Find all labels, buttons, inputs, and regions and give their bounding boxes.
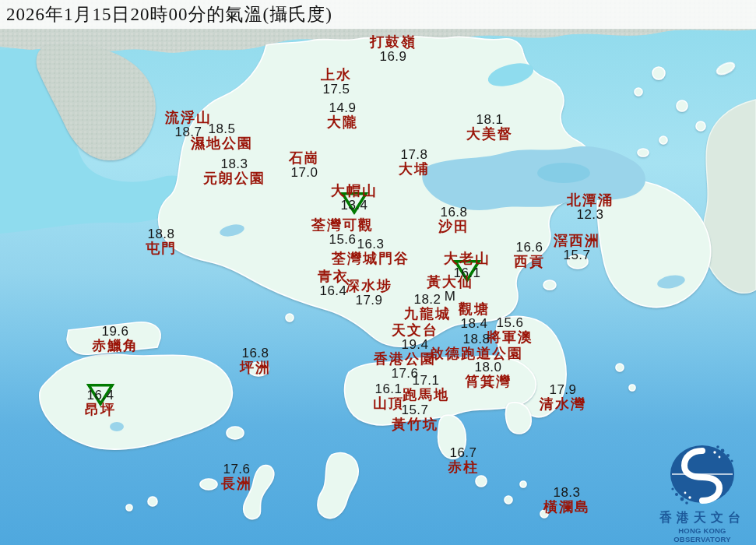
station-name: 筲箕灣 bbox=[465, 374, 512, 389]
station-temperature: 17.5 bbox=[321, 83, 352, 97]
station-name: 荃灣可觀 bbox=[311, 218, 374, 233]
station-temperature: 14.9 bbox=[327, 101, 358, 115]
station-name: 滘西洲 bbox=[554, 234, 600, 248]
station-label: 18.2九龍城 bbox=[404, 293, 451, 321]
station-name: 橫瀾島 bbox=[543, 499, 590, 514]
station-name: 昂坪 bbox=[85, 402, 116, 417]
station-name: 青衣 bbox=[318, 269, 349, 284]
station-temperature: 16.6 bbox=[514, 241, 545, 255]
station-temperature: 18.2 bbox=[404, 293, 451, 307]
station-label: 18.3元朗公園 bbox=[203, 157, 265, 185]
station-temperature: 17.8 bbox=[399, 148, 430, 162]
hko-logo-icon bbox=[666, 441, 738, 508]
station-label: 15.7黃竹坑 bbox=[392, 403, 438, 431]
station-temperature: 16.4 bbox=[85, 389, 116, 403]
station-name: 赤柱 bbox=[448, 459, 479, 474]
station-temperature: 18.5 bbox=[191, 122, 253, 136]
station-temperature: 17.1 bbox=[403, 374, 449, 388]
station-label: 18.8屯門 bbox=[146, 227, 177, 255]
station-temperature: 16.3 bbox=[332, 237, 410, 251]
station-temperature: 18.4 bbox=[459, 317, 490, 331]
station-temperature: 18.8 bbox=[146, 227, 177, 241]
station-name: 打鼓嶺 bbox=[370, 35, 417, 50]
station-temperature: 17.9 bbox=[346, 294, 392, 308]
station-name: 屯門 bbox=[146, 241, 177, 255]
hko-temperature-map-page: 2026年1月15日20時00分的氣溫(攝氏度) 打鼓嶺16.9上水17.514… bbox=[0, 0, 756, 545]
station-temperature: 12.3 bbox=[567, 208, 614, 222]
station-label: 18.8啟德跑道公園 bbox=[430, 332, 523, 360]
station-name: 坪洲 bbox=[240, 360, 271, 374]
station-label: 18.5濕地公園 bbox=[191, 122, 253, 150]
station-name: 長洲 bbox=[221, 476, 252, 490]
station-name: 九龍城 bbox=[404, 306, 451, 321]
station-temperature: 16.4 bbox=[318, 284, 349, 298]
station-temperature: 17.9 bbox=[540, 383, 586, 397]
station-temperature: 17.6 bbox=[221, 462, 252, 476]
station-name: 北潭涌 bbox=[567, 193, 614, 208]
station-temperature: 15.7 bbox=[392, 403, 438, 417]
station-label: 大帽山13.4 bbox=[331, 184, 378, 212]
station-name: 大美督 bbox=[466, 126, 513, 141]
station-name: 黃大仙 bbox=[427, 275, 473, 290]
station-temperature: 18.3 bbox=[203, 157, 265, 171]
station-label: 打鼓嶺16.9 bbox=[370, 35, 417, 63]
station-name: 觀塘 bbox=[459, 302, 490, 317]
station-name: 深水埗 bbox=[346, 279, 392, 294]
station-temperature: 16.7 bbox=[448, 446, 479, 460]
station-temperature: 15.6 bbox=[487, 316, 533, 330]
station-label: 17.9清水灣 bbox=[540, 383, 586, 411]
station-name: 元朗公園 bbox=[203, 171, 265, 185]
station-temperature: 13.4 bbox=[331, 199, 378, 213]
station-label: 17.6長洲 bbox=[221, 462, 252, 490]
station-temperature: 17.0 bbox=[289, 166, 320, 180]
station-label: 18.0筲箕灣 bbox=[465, 360, 512, 389]
station-label: 16.8坪洲 bbox=[240, 346, 271, 374]
station-label: 19.6赤鱲角 bbox=[92, 325, 139, 353]
station-label: 16.6西貢 bbox=[514, 241, 545, 269]
station-name: 赤鱲角 bbox=[92, 338, 139, 353]
station-temperature: 16.9 bbox=[370, 50, 417, 64]
station-temperature: 18.1 bbox=[466, 113, 513, 127]
station-temperature: 19.6 bbox=[92, 325, 139, 339]
station-label: 16.7赤柱 bbox=[448, 446, 479, 474]
station-label: 16.4昂坪 bbox=[85, 389, 116, 417]
station-temperature: 15.7 bbox=[554, 248, 600, 262]
station-name: 大隴 bbox=[327, 114, 358, 129]
station-name: 大帽山 bbox=[331, 184, 378, 199]
hko-logo-english: HONG KONG OBSERVATORY bbox=[651, 526, 754, 543]
station-label: 16.3荃灣城門谷 bbox=[332, 237, 410, 265]
station-name: 黃竹坑 bbox=[392, 417, 438, 431]
station-label: 16.8沙田 bbox=[438, 206, 469, 234]
station-temperature: 18.8 bbox=[430, 332, 523, 346]
map-title: 2026年1月15日20時00分的氣溫(攝氏度) bbox=[0, 0, 756, 29]
station-label: 滘西洲15.7 bbox=[554, 234, 600, 262]
station-temperature: 18.0 bbox=[465, 360, 512, 374]
station-name: 啟德跑道公園 bbox=[430, 346, 523, 360]
station-name: 濕地公園 bbox=[191, 135, 253, 150]
station-label: 17.1跑馬地 bbox=[403, 374, 449, 402]
station-label: 青衣16.4 bbox=[318, 269, 349, 297]
station-label: 18.3橫瀾島 bbox=[543, 486, 590, 514]
hko-logo-chinese: 香港天文台 bbox=[651, 510, 754, 526]
station-name: 清水灣 bbox=[540, 396, 586, 411]
station-label: 14.9大隴 bbox=[327, 101, 358, 129]
station-label: 17.8大埔 bbox=[399, 148, 430, 176]
station-temperature: 16.8 bbox=[240, 346, 271, 360]
station-temperature: 18.3 bbox=[543, 486, 590, 500]
station-label: 上水17.5 bbox=[321, 68, 352, 96]
station-layer: 打鼓嶺16.9上水17.514.9大隴流浮山18.718.5濕地公園18.1大美… bbox=[0, 0, 756, 545]
station-label: 18.1大美督 bbox=[466, 113, 513, 141]
station-label: 深水埗17.9 bbox=[346, 279, 392, 307]
station-name: 大老山 bbox=[444, 251, 491, 266]
station-name: 上水 bbox=[321, 68, 352, 83]
station-temperature: 16.8 bbox=[438, 206, 469, 220]
station-name: 西貢 bbox=[514, 254, 545, 269]
station-label: 北潭涌12.3 bbox=[567, 193, 614, 221]
station-name: 香港公園 bbox=[374, 352, 436, 367]
station-name: 荃灣城門谷 bbox=[332, 251, 410, 265]
station-name: 沙田 bbox=[438, 219, 469, 234]
station-label: 觀塘18.4 bbox=[459, 302, 490, 330]
station-name: 石崗 bbox=[289, 151, 320, 166]
station-name: 大埔 bbox=[399, 161, 430, 176]
station-label: 石崗17.0 bbox=[289, 151, 320, 179]
